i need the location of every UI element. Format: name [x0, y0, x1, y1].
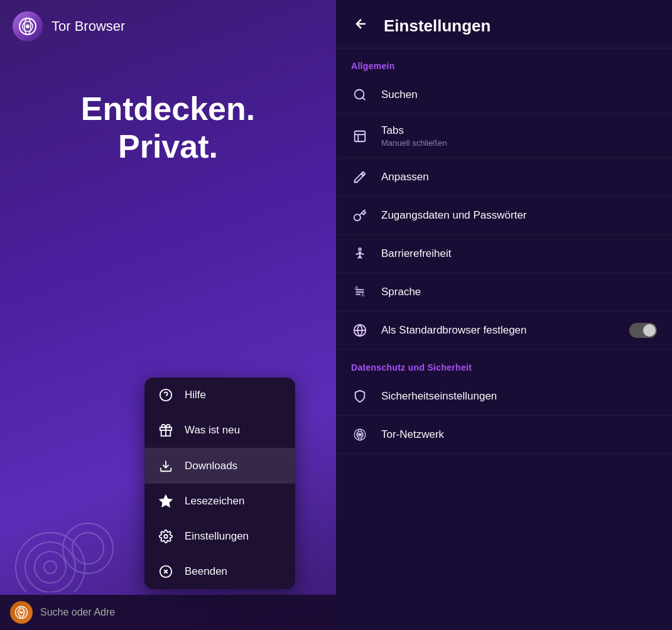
svg-text:あ: あ: [361, 292, 365, 297]
settings-item-anpassen-content: Anpassen: [381, 171, 657, 183]
menu-label-was-ist-neu: Was ist neu: [185, 424, 240, 437]
hero-line1: Entdecken.: [81, 90, 255, 127]
svg-point-8: [63, 523, 113, 573]
menu-label-lesezeichen: Lesezeichen: [185, 495, 244, 508]
gift-icon: [158, 423, 173, 438]
settings-item-tabs-content: Tabs Manuell schließen: [381, 124, 657, 148]
shield-icon: [351, 388, 369, 405]
svg-point-38: [359, 433, 361, 436]
settings-label-standardbrowser: Als Standardbrowser festlegen: [381, 324, 617, 337]
right-panel: Einstellungen Allgemein Suchen Tabs Manu…: [336, 0, 672, 630]
toggle-container: [629, 323, 657, 338]
menu-item-einstellungen[interactable]: Einstellungen: [144, 519, 295, 554]
star-icon: [158, 494, 173, 509]
svg-point-5: [25, 542, 75, 592]
settings-item-zugangsdaten[interactable]: Zugangsdaten und Passwörter: [336, 197, 672, 235]
menu-item-lesezeichen[interactable]: Lesezeichen: [144, 484, 295, 519]
settings-item-suchen-content: Suchen: [381, 89, 657, 101]
download-icon: [158, 459, 173, 474]
accessibility-icon: [351, 245, 369, 263]
app-header: Tor Browser: [0, 0, 336, 53]
left-panel: Tor Browser Entdecken. Privat. Hilfe: [0, 0, 336, 630]
back-button[interactable]: [351, 14, 371, 38]
svg-point-25: [355, 90, 364, 99]
settings-item-barrierefreiheit-content: Barrierefreiheit: [381, 247, 657, 260]
settings-item-suchen[interactable]: Suchen: [336, 76, 672, 114]
tor-icon: [351, 426, 369, 443]
help-circle-icon: [158, 388, 173, 403]
svg-point-16: [164, 535, 168, 538]
settings-item-sicherheitseinstellungen-content: Sicherheitseinstellungen: [381, 390, 657, 403]
svg-point-7: [44, 561, 57, 573]
svg-point-6: [35, 551, 66, 583]
search-icon: [351, 86, 369, 104]
menu-item-beenden[interactable]: Beenden: [144, 554, 295, 589]
settings-label-anpassen: Anpassen: [381, 171, 657, 183]
settings-icon: [158, 529, 173, 544]
globe-icon: [351, 322, 369, 339]
menu-label-hilfe: Hilfe: [185, 389, 206, 401]
settings-item-sicherheitseinstellungen[interactable]: Sicherheitseinstellungen: [336, 377, 672, 416]
settings-label-barrierefreiheit: Barrierefreiheit: [381, 247, 657, 260]
bottom-bar-logo: [10, 601, 33, 624]
menu-item-downloads[interactable]: Downloads: [144, 448, 295, 484]
settings-item-standardbrowser[interactable]: Als Standardbrowser festlegen: [336, 312, 672, 350]
settings-item-standardbrowser-content: Als Standardbrowser festlegen: [381, 324, 617, 337]
svg-point-28: [359, 248, 361, 251]
settings-label-zugangsdaten: Zugangsdaten und Passwörter: [381, 209, 657, 222]
settings-label-tabs: Tabs: [381, 124, 657, 137]
search-bar-text[interactable]: Suche oder Adre: [40, 607, 115, 618]
settings-label-sicherheitseinstellungen: Sicherheitseinstellungen: [381, 390, 657, 403]
menu-label-einstellungen: Einstellungen: [185, 530, 249, 543]
tabs-icon: [351, 128, 369, 145]
settings-header: Einstellungen: [336, 0, 672, 48]
hero-text: Entdecken. Privat.: [0, 53, 336, 178]
x-circle-icon: [158, 564, 173, 579]
bottom-bar: Suche oder Adre: [0, 595, 336, 630]
settings-item-sprache[interactable]: A あ Sprache: [336, 273, 672, 312]
section-label-allgemein: Allgemein: [336, 48, 672, 76]
key-icon: [351, 207, 369, 224]
settings-item-anpassen[interactable]: Anpassen: [336, 158, 672, 197]
brush-icon: [351, 168, 369, 186]
settings-item-barrierefreiheit[interactable]: Barrierefreiheit: [336, 235, 672, 273]
svg-point-22: [20, 611, 23, 614]
settings-title: Einstellungen: [384, 16, 490, 36]
menu-item-hilfe[interactable]: Hilfe: [144, 377, 295, 413]
standardbrowser-toggle[interactable]: [629, 323, 657, 338]
settings-sublabel-tabs: Manuell schließen: [381, 138, 657, 148]
bg-decoration: [13, 467, 138, 592]
settings-item-zugangsdaten-content: Zugangsdaten und Passwörter: [381, 209, 657, 222]
svg-point-2: [26, 24, 30, 28]
settings-item-tor-netzwerk-content: Tor-Netzwerk: [381, 428, 657, 441]
menu-item-was-ist-neu[interactable]: Was ist neu: [144, 413, 295, 448]
menu-label-downloads: Downloads: [185, 460, 237, 472]
language-icon: A あ: [351, 283, 369, 301]
settings-item-tor-netzwerk[interactable]: Tor-Netzwerk: [336, 416, 672, 454]
app-logo: [13, 11, 43, 41]
hero-line2: Privat.: [118, 128, 218, 165]
menu-label-beenden: Beenden: [185, 565, 227, 578]
app-title: Tor Browser: [51, 18, 125, 35]
svg-marker-15: [160, 496, 171, 506]
context-menu: Hilfe Was ist neu: [144, 377, 295, 589]
section-label-datenschutz: Datenschutz und Sicherheit: [336, 350, 672, 377]
settings-label-suchen: Suchen: [381, 89, 657, 101]
svg-point-9: [72, 533, 104, 564]
settings-item-sprache-content: Sprache: [381, 286, 657, 298]
svg-rect-27: [355, 131, 366, 141]
settings-label-sprache: Sprache: [381, 286, 657, 298]
settings-label-tor-netzwerk: Tor-Netzwerk: [381, 428, 657, 441]
settings-item-tabs[interactable]: Tabs Manuell schließen: [336, 114, 672, 158]
svg-text:A: A: [355, 285, 359, 291]
svg-line-26: [362, 97, 365, 100]
